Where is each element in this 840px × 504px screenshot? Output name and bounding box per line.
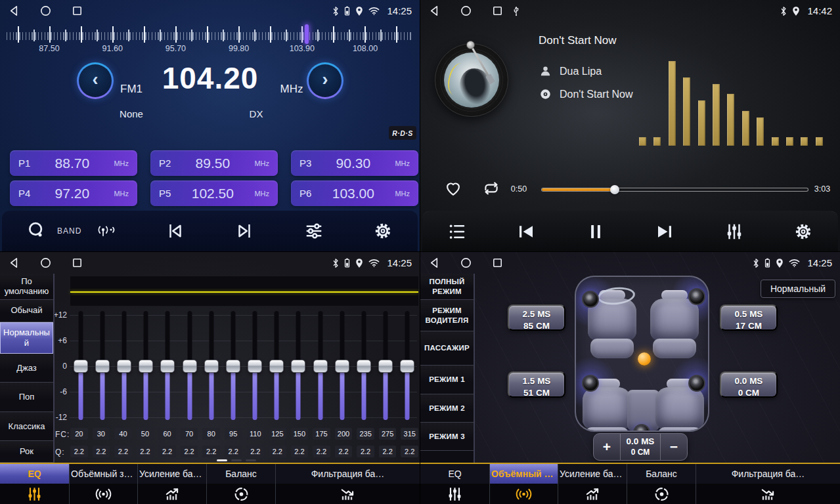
q-value[interactable]: 2.2 (137, 446, 154, 457)
front-left-delay-button[interactable]: 2.5 MS 85 CM (508, 304, 565, 331)
sur-tab-0[interactable]: EQ (420, 464, 490, 504)
eq-band-slider-6[interactable] (200, 311, 222, 421)
fc-value[interactable]: 95 (225, 428, 242, 440)
band-page-indicator[interactable] (217, 459, 256, 461)
home-circle-icon[interactable] (460, 257, 472, 269)
eq-tab-1[interactable]: Объёмный звук (70, 464, 138, 504)
settings-gear-icon[interactable] (793, 222, 813, 242)
playlist-icon[interactable] (447, 222, 467, 242)
eq-band-slider-11[interactable] (309, 311, 331, 421)
eq-band-slider-13[interactable] (353, 311, 374, 421)
slider-knob[interactable] (357, 360, 371, 373)
equalizer-sliders-icon[interactable] (724, 222, 744, 242)
listening-position-marker[interactable] (638, 352, 651, 366)
preset-button-p4[interactable]: P497.20MHz (10, 180, 137, 206)
slider-knob[interactable] (378, 360, 393, 373)
slider-knob[interactable] (335, 360, 349, 373)
fc-value[interactable]: 80 (202, 428, 220, 440)
eq-band-slider-0[interactable] (70, 311, 91, 421)
sur-tab-3[interactable]: Баланс (627, 464, 696, 504)
preset-button-p5[interactable]: P5102.50MHz (150, 180, 278, 206)
sur-tab-1[interactable]: Объёмный звук (490, 464, 558, 504)
seek-down-button[interactable] (77, 62, 114, 99)
fc-value[interactable]: 40 (114, 428, 132, 440)
slider-knob[interactable] (95, 360, 110, 373)
sur-tab-4[interactable]: Фильтрация ба… (696, 464, 840, 504)
q-value[interactable]: 2.2 (357, 446, 374, 457)
q-value[interactable]: 2.2 (291, 446, 309, 457)
next-track-icon[interactable] (655, 222, 674, 242)
seek-up-button[interactable] (307, 62, 343, 99)
fc-value[interactable]: 125 (269, 428, 286, 440)
home-circle-icon[interactable] (39, 5, 52, 17)
scan-icon[interactable] (27, 221, 47, 241)
fc-value[interactable]: 150 (291, 428, 309, 440)
q-value[interactable]: 2.2 (335, 446, 353, 457)
eq-band-slider-5[interactable] (179, 311, 200, 421)
surround-preset-button[interactable]: Нормальный (761, 280, 835, 298)
listening-mode-item-2[interactable]: ПАССАЖИР (420, 331, 474, 366)
previous-track-icon[interactable] (516, 222, 536, 242)
recents-square-icon[interactable] (491, 5, 504, 17)
eq-preset-item-2[interactable]: Нормальный (0, 322, 53, 354)
fc-value[interactable]: 50 (137, 428, 154, 440)
slider-knob[interactable] (139, 360, 153, 373)
eq-preset-item-5[interactable]: Классика (0, 412, 53, 441)
q-value[interactable]: 2.2 (158, 446, 176, 457)
eq-band-slider-12[interactable] (331, 311, 353, 421)
fc-value[interactable]: 275 (379, 428, 397, 440)
settings-gear-icon[interactable] (373, 221, 393, 241)
album-art-vinyl[interactable] (435, 43, 508, 117)
q-value[interactable]: 2.2 (181, 446, 198, 457)
eq-band-slider-8[interactable] (244, 311, 266, 421)
back-icon[interactable] (428, 5, 441, 17)
q-value[interactable]: 2.2 (114, 446, 132, 457)
slider-knob[interactable] (74, 360, 88, 373)
preset-button-p1[interactable]: P188.70MHz (10, 150, 137, 176)
fc-value[interactable]: 175 (313, 428, 330, 440)
q-value[interactable]: 2.2 (93, 446, 110, 457)
recents-square-icon[interactable] (71, 257, 83, 269)
tune-sliders-icon[interactable] (304, 221, 324, 241)
q-value[interactable]: 2.2 (247, 446, 265, 457)
broadcast-icon[interactable] (96, 221, 116, 241)
q-value[interactable]: 2.2 (70, 446, 88, 457)
preset-button-p6[interactable]: P6103.00MHz (291, 180, 418, 206)
fc-value[interactable]: 20 (70, 428, 88, 440)
eq-band-slider-9[interactable] (266, 311, 288, 421)
slider-knob[interactable] (183, 360, 197, 373)
slider-knob[interactable] (204, 360, 219, 373)
recents-square-icon[interactable] (491, 257, 504, 269)
back-icon[interactable] (8, 257, 20, 269)
seek-next-icon[interactable] (234, 221, 254, 241)
slider-knob[interactable] (160, 360, 175, 373)
q-value[interactable]: 2.2 (269, 446, 286, 457)
fc-value[interactable]: 60 (158, 428, 176, 440)
listening-mode-item-4[interactable]: РЕЖИМ 2 (420, 394, 474, 423)
eq-band-slider-10[interactable] (288, 311, 309, 421)
decrease-button[interactable]: − (661, 434, 687, 460)
home-circle-icon[interactable] (460, 5, 472, 17)
sur-tab-2[interactable]: Усиление басов (558, 464, 627, 504)
slider-knob[interactable] (400, 360, 414, 373)
recents-square-icon[interactable] (71, 5, 83, 17)
eq-band-slider-14[interactable] (375, 311, 397, 421)
eq-band-slider-3[interactable] (135, 311, 157, 421)
preset-button-p2[interactable]: P289.50MHz (150, 150, 278, 176)
fc-value[interactable]: 315 (401, 428, 418, 440)
eq-preset-item-0[interactable]: По умолчанию (0, 274, 53, 300)
eq-tab-2[interactable]: Усиление басов (138, 464, 207, 504)
pause-icon[interactable] (586, 222, 606, 242)
slider-knob[interactable] (291, 360, 305, 373)
q-value[interactable]: 2.2 (313, 446, 330, 457)
eq-band-slider-4[interactable] (157, 311, 179, 421)
q-value[interactable]: 2.2 (202, 446, 220, 457)
q-value[interactable]: 2.2 (401, 446, 418, 457)
slider-knob[interactable] (248, 360, 262, 373)
fc-value[interactable]: 70 (181, 428, 198, 440)
listening-mode-item-1[interactable]: РЕЖИМ ВОДИТЕЛЯ (420, 300, 474, 331)
slider-knob[interactable] (269, 360, 284, 373)
fc-value[interactable]: 30 (93, 428, 110, 440)
back-icon[interactable] (8, 5, 20, 17)
fc-value[interactable]: 110 (247, 428, 265, 440)
